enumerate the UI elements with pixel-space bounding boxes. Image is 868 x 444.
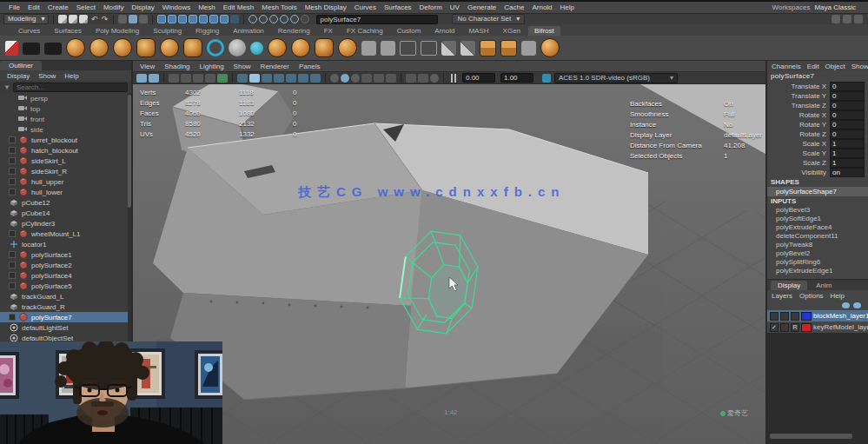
shape-node-item[interactable]: polySurfaceShape7 bbox=[767, 187, 868, 196]
menu-windows[interactable]: Windows bbox=[162, 3, 190, 11]
menu-uv[interactable]: UV bbox=[450, 3, 460, 11]
input-node-polysoftedge1[interactable]: polySoftEdge1 bbox=[767, 215, 868, 223]
layer-toggle-2[interactable] bbox=[791, 312, 799, 321]
outliner-item-polysurface7[interactable]: polySurface7 bbox=[0, 312, 131, 322]
layer-row-keyrefmodel-layer[interactable]: ✓RkeyRefModel_layer bbox=[767, 321, 868, 333]
menu-modify[interactable]: Modify bbox=[103, 3, 124, 11]
channel-value-field[interactable]: 1 bbox=[830, 139, 865, 149]
visibility-state-icon[interactable] bbox=[9, 251, 16, 258]
selected-object-name[interactable]: polySurface7 bbox=[767, 71, 868, 82]
outliner-item-persp[interactable]: persp bbox=[0, 93, 131, 103]
shelf-tab-rigging[interactable]: Rigging bbox=[189, 26, 225, 36]
use-all-lights-icon[interactable] bbox=[274, 74, 284, 83]
menu-display[interactable]: Display bbox=[132, 3, 155, 11]
ambient-occlusion-icon[interactable] bbox=[298, 74, 308, 83]
quad-draw-shelf-icon[interactable] bbox=[441, 41, 456, 56]
channel-value-field[interactable]: 0 bbox=[830, 120, 865, 129]
snap-to-view-planes-icon[interactable] bbox=[290, 15, 299, 23]
xray-joints-icon[interactable] bbox=[351, 74, 360, 83]
viewport-menu-view[interactable]: View bbox=[140, 63, 155, 70]
wireframe-display-icon[interactable] bbox=[237, 74, 248, 83]
outliner-menu-show[interactable]: Show bbox=[38, 72, 56, 80]
outliner-item-trackguard-r[interactable]: trackGuard_R bbox=[0, 302, 131, 312]
horizontal-scrollbar[interactable] bbox=[770, 434, 852, 439]
select-component-mask-icon[interactable] bbox=[139, 15, 148, 23]
menu-edit[interactable]: Edit bbox=[28, 3, 40, 11]
shelf-tab-animation[interactable]: Animation bbox=[227, 26, 270, 36]
select-by-hierarchy-icon[interactable] bbox=[136, 74, 147, 83]
outliner-item-defaultlightset[interactable]: defaultLightSet bbox=[0, 322, 131, 333]
new-empty-layer-icon[interactable] bbox=[842, 302, 850, 308]
menu-mesh[interactable]: Mesh bbox=[198, 3, 215, 11]
visibility-state-icon[interactable] bbox=[9, 147, 16, 154]
poly-torus-shelf-icon[interactable] bbox=[160, 38, 179, 57]
input-node-polybevel3[interactable]: polyBevel3 bbox=[767, 206, 868, 215]
make-live-icon[interactable] bbox=[217, 74, 228, 83]
snap-curve-icon[interactable] bbox=[181, 74, 191, 83]
outliner-item-polysurface1[interactable]: polySurface1 bbox=[0, 249, 131, 260]
shelf-tab-xgen[interactable]: XGen bbox=[497, 26, 527, 36]
sphere-c-shelf-icon[interactable] bbox=[291, 38, 310, 57]
layer-menu-options[interactable]: Options bbox=[799, 292, 824, 300]
shelf-tab-arnold[interactable]: Arnold bbox=[428, 26, 461, 36]
outliner-item-polysurface4[interactable]: polySurface4 bbox=[0, 270, 131, 281]
multi-cut-shelf-icon[interactable] bbox=[461, 41, 475, 56]
input-node-polysplitring6[interactable]: polySplitRing6 bbox=[767, 258, 868, 267]
snap-to-projected-center-icon[interactable] bbox=[280, 15, 288, 23]
curve-swirl-shelf-icon[interactable] bbox=[229, 39, 246, 56]
shelf-tab-custom[interactable]: Custom bbox=[391, 26, 427, 36]
outliner-item-polysurface5[interactable]: polySurface5 bbox=[0, 281, 131, 291]
visibility-state-icon[interactable] bbox=[9, 136, 16, 143]
layer-toggle-0[interactable] bbox=[770, 312, 779, 321]
snap-grid-icon[interactable] bbox=[169, 74, 179, 83]
layer-toggle-1[interactable] bbox=[780, 323, 789, 332]
select-hierarchy-mask-icon[interactable] bbox=[118, 15, 127, 23]
paint-tool-shelf-icon[interactable] bbox=[521, 41, 536, 56]
channel-value-field[interactable]: 0 bbox=[830, 129, 865, 139]
menu-cache[interactable]: Cache bbox=[504, 3, 524, 11]
shelf-tab-poly-modeling[interactable]: Poly Modeling bbox=[89, 26, 145, 36]
camera-a-shelf-icon[interactable] bbox=[23, 43, 40, 55]
character-set-selector[interactable]: No Character Set▾ bbox=[452, 14, 525, 24]
outliner-item-turret-blockout[interactable]: turret_blockout bbox=[0, 135, 131, 145]
input-node-polytweak8[interactable]: polyTweak8 bbox=[767, 241, 868, 249]
target-weld-shelf-icon[interactable] bbox=[540, 38, 560, 57]
grease-pencil-icon[interactable] bbox=[406, 74, 416, 83]
new-layer-from-selected-icon[interactable] bbox=[853, 302, 861, 308]
outliner-item-polysurface2[interactable]: polySurface2 bbox=[0, 260, 131, 270]
exposure-field[interactable]: 0.00 bbox=[462, 73, 495, 83]
filter-icon[interactable]: ▼ bbox=[3, 83, 10, 91]
visibility-state-icon[interactable] bbox=[9, 272, 16, 279]
pencil-curve-shelf-icon[interactable] bbox=[250, 42, 263, 55]
pause-draw-icon[interactable] bbox=[448, 74, 459, 83]
input-node-polyextrudeedge1[interactable]: polyExtrudeEdge1 bbox=[767, 267, 868, 275]
modeling-toolkit-toggle-icon[interactable] bbox=[832, 15, 840, 23]
snap-view-plane-icon[interactable] bbox=[205, 74, 215, 83]
menu-file[interactable]: File bbox=[9, 3, 20, 11]
select-object-mask-icon[interactable] bbox=[129, 15, 137, 23]
default-material-icon[interactable] bbox=[374, 74, 384, 83]
workspace-selector[interactable]: Workspaces Maya Classic bbox=[772, 3, 868, 11]
viewport-menu-panels[interactable]: Panels bbox=[299, 63, 320, 70]
poly-sphere-shelf-icon[interactable] bbox=[66, 38, 85, 57]
layer-toggle-1[interactable] bbox=[780, 312, 789, 321]
menu-set-selector[interactable]: Modeling▾ bbox=[3, 14, 49, 24]
visibility-state-icon[interactable] bbox=[9, 262, 16, 268]
channel-value-field[interactable]: on bbox=[830, 168, 865, 177]
shelf-tab-sculpting[interactable]: Sculpting bbox=[147, 26, 188, 36]
visibility-state-icon[interactable] bbox=[9, 189, 16, 195]
attribute-editor-toggle-icon[interactable] bbox=[854, 15, 863, 23]
mask-rendering-icon[interactable] bbox=[220, 15, 229, 23]
viewport-menu-show[interactable]: Show bbox=[234, 63, 251, 70]
film-gate-icon[interactable] bbox=[386, 74, 396, 83]
color-management-icon[interactable] bbox=[542, 74, 551, 83]
layer-color-swatch[interactable] bbox=[801, 323, 812, 332]
poly-cylinder-shelf-icon[interactable] bbox=[113, 38, 132, 57]
quick-input-field[interactable] bbox=[316, 15, 438, 24]
layer-menu-help[interactable]: Help bbox=[831, 292, 845, 300]
hypershade-toggle-icon[interactable] bbox=[843, 15, 851, 23]
window-pane-a-shelf-icon[interactable] bbox=[400, 41, 416, 56]
channel-box-menu-object[interactable]: Object bbox=[825, 63, 845, 70]
menu-mesh-tools[interactable]: Mesh Tools bbox=[262, 3, 296, 11]
outliner-item-trackguard-l[interactable]: trackGuard_L bbox=[0, 291, 131, 302]
